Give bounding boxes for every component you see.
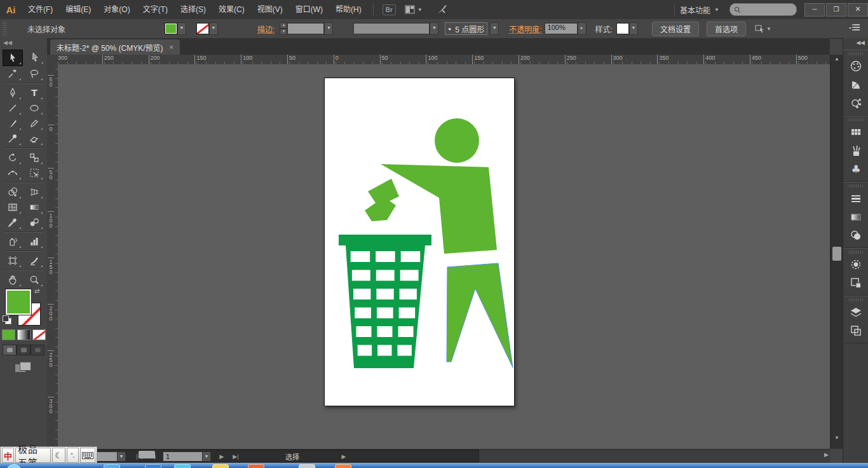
transparency-panel-button[interactable] bbox=[846, 226, 865, 244]
hand-tool[interactable] bbox=[3, 272, 22, 287]
next-artboard-button[interactable]: ▶ bbox=[216, 451, 227, 462]
search-input[interactable] bbox=[741, 5, 788, 14]
scale-tool[interactable] bbox=[25, 150, 44, 165]
tidyman-artwork[interactable] bbox=[325, 78, 514, 406]
width-profile-field[interactable] bbox=[353, 23, 430, 34]
horizontal-ruler[interactable]: 3002502001501005005010015020025030035040… bbox=[58, 55, 830, 65]
taskbar-icon[interactable] bbox=[335, 464, 351, 468]
share-swoosh-icon[interactable] bbox=[437, 4, 448, 15]
ime-punctuation-icon[interactable]: °, bbox=[67, 448, 79, 463]
windows-taskbar[interactable] bbox=[0, 463, 868, 468]
pencil-tool[interactable] bbox=[25, 116, 44, 131]
none-button[interactable] bbox=[32, 329, 46, 340]
graphic-styles-panel-button[interactable] bbox=[846, 274, 865, 292]
search-box[interactable] bbox=[729, 3, 797, 16]
width-profile-dropdown[interactable]: ▼ bbox=[430, 22, 438, 35]
menu-view[interactable]: 视图(V) bbox=[251, 0, 289, 19]
pen-tool[interactable] bbox=[3, 85, 22, 100]
free-transform-tool[interactable] bbox=[25, 165, 44, 181]
color-panel-button[interactable] bbox=[846, 57, 865, 75]
fill-proxy-swatch[interactable] bbox=[5, 289, 32, 315]
last-artboard-button[interactable]: ▶| bbox=[230, 451, 241, 462]
close-button[interactable]: ✕ bbox=[848, 3, 868, 17]
eyedropper-tool[interactable] bbox=[3, 215, 22, 230]
brush-dropdown[interactable]: ▼ bbox=[490, 22, 499, 35]
gradient-button[interactable] bbox=[17, 329, 31, 340]
blend-tool[interactable] bbox=[25, 215, 44, 230]
taskbar-icon[interactable] bbox=[6, 464, 22, 468]
stroke-weight-stepper[interactable]: ▲▼ bbox=[280, 22, 287, 35]
style-dropdown[interactable]: ▼ bbox=[629, 22, 638, 35]
select-similar-icon[interactable]: ▼ bbox=[755, 24, 775, 33]
draw-behind-mode[interactable] bbox=[17, 345, 31, 355]
stroke-color-swatch[interactable] bbox=[196, 23, 209, 34]
tab-close-icon[interactable]: × bbox=[170, 43, 173, 51]
restore-button[interactable]: ❐ bbox=[826, 3, 846, 17]
blob-brush-tool[interactable] bbox=[3, 131, 22, 146]
taskbar-icon[interactable] bbox=[212, 464, 229, 468]
artboard-tool[interactable] bbox=[3, 253, 22, 268]
opacity-dropdown[interactable]: ▸ bbox=[578, 22, 587, 35]
scroll-up-icon[interactable]: ▲ bbox=[831, 55, 843, 64]
style-swatch[interactable] bbox=[616, 23, 629, 34]
stroke-weight-label[interactable]: 描边: bbox=[257, 24, 275, 34]
zoom-tool[interactable] bbox=[25, 272, 44, 287]
taskbar-icon[interactable] bbox=[174, 464, 191, 468]
recolor-artwork-panel-button[interactable] bbox=[846, 94, 865, 112]
menu-edit[interactable]: 编辑(E) bbox=[59, 0, 97, 19]
status-expand-icon[interactable]: ▶ bbox=[339, 451, 348, 462]
screen-mode-button[interactable] bbox=[15, 362, 32, 373]
zoom-dropdown[interactable]: ▼ bbox=[117, 451, 126, 462]
taskbar-icon[interactable] bbox=[248, 464, 264, 468]
line-segment-tool[interactable] bbox=[3, 100, 22, 116]
scroll-right-icon[interactable]: ▶ bbox=[824, 451, 829, 458]
menu-select[interactable]: 选择(S) bbox=[174, 0, 212, 19]
ime-name-label[interactable]: 极品五笔 bbox=[15, 448, 51, 463]
artboard[interactable] bbox=[324, 78, 515, 406]
brushes-panel-button[interactable] bbox=[846, 142, 865, 160]
menu-file[interactable]: 文件(F) bbox=[22, 0, 59, 19]
stroke-dropdown[interactable]: ▼ bbox=[209, 22, 218, 35]
mesh-tool[interactable] bbox=[3, 200, 22, 215]
preferences-button[interactable]: 首选项 bbox=[707, 22, 746, 36]
horizontal-scroll-thumb[interactable] bbox=[139, 451, 155, 458]
menu-window[interactable]: 窗口(W) bbox=[289, 0, 329, 19]
type-tool[interactable]: T bbox=[25, 85, 44, 100]
gradient-tool[interactable] bbox=[25, 200, 44, 215]
column-graph-tool[interactable] bbox=[25, 234, 44, 249]
appearance-panel-button[interactable] bbox=[846, 256, 865, 273]
fill-dropdown[interactable]: ▼ bbox=[177, 22, 186, 35]
taskbar-icon[interactable] bbox=[104, 464, 120, 468]
menu-help[interactable]: 帮助(H) bbox=[329, 0, 368, 19]
vertical-ruler[interactable]: 50050100150200250300 bbox=[47, 64, 58, 449]
bridge-button[interactable]: Br bbox=[383, 4, 396, 15]
symbol-sprayer-tool[interactable] bbox=[3, 234, 22, 249]
ellipse-tool[interactable] bbox=[25, 100, 44, 116]
magic-wand-tool[interactable] bbox=[3, 66, 22, 81]
ime-language-button[interactable]: 中 bbox=[2, 448, 14, 463]
shape-builder-tool[interactable] bbox=[3, 184, 22, 200]
ime-keyboard-icon[interactable] bbox=[80, 448, 95, 463]
panel-menu-icon[interactable] bbox=[849, 24, 862, 34]
taskbar-icon[interactable] bbox=[299, 464, 315, 468]
scroll-down-icon[interactable]: ▼ bbox=[831, 434, 843, 443]
tools-collapse-icon[interactable]: ◀◀ bbox=[0, 38, 47, 50]
swatches-panel-button[interactable] bbox=[846, 123, 865, 141]
selection-tool[interactable] bbox=[3, 50, 23, 66]
rotate-tool[interactable] bbox=[3, 150, 22, 165]
symbols-panel-button[interactable]: ♣ bbox=[846, 160, 865, 178]
canvas-viewport[interactable] bbox=[58, 64, 830, 449]
lasso-tool[interactable] bbox=[25, 66, 44, 81]
arrange-documents-icon[interactable]: ▼ bbox=[405, 5, 426, 14]
perspective-grid-tool[interactable] bbox=[25, 184, 44, 200]
ruler-origin-corner[interactable] bbox=[47, 55, 58, 65]
eraser-tool[interactable] bbox=[25, 131, 44, 146]
direct-selection-tool[interactable] bbox=[25, 50, 44, 65]
document-setup-button[interactable]: 文档设置 bbox=[652, 22, 699, 36]
gradient-panel-button[interactable] bbox=[846, 208, 865, 226]
draw-normal-mode[interactable] bbox=[3, 345, 17, 355]
opacity-label[interactable]: 不透明度: bbox=[509, 24, 541, 34]
taskbar-icon[interactable] bbox=[145, 464, 161, 468]
artboard-dropdown[interactable]: ▼ bbox=[202, 451, 211, 462]
brush-definition[interactable]: ● 5 点圆形 bbox=[445, 22, 487, 35]
